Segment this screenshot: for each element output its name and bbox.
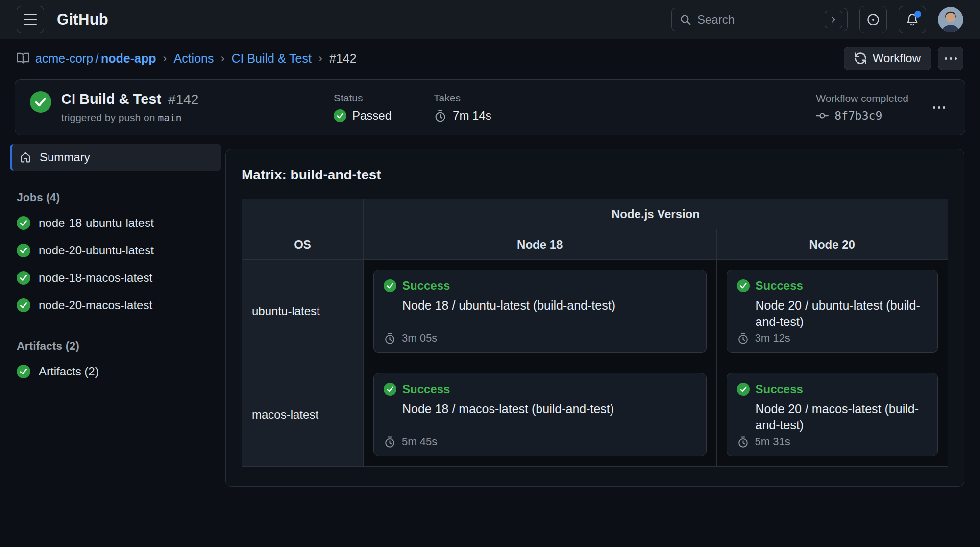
search-box[interactable] [671, 8, 848, 31]
sidebar-item-summary[interactable]: Summary [10, 144, 221, 171]
artifacts-label: Artifacts (2) [39, 365, 99, 378]
matrix-row-header: macos-latest [242, 363, 364, 467]
breadcrumb-separator: › [162, 51, 168, 65]
github-logo[interactable]: GitHub [57, 11, 108, 28]
run-subtitle: triggered by push on main [61, 112, 198, 124]
job-duration: 3m 05s [402, 332, 437, 345]
search-hotkey-hint [825, 11, 842, 28]
takes-meta: Takes 7m 14s [434, 92, 491, 123]
job-success-check-icon [17, 216, 30, 230]
matrix-cell: Success Node 20 / ubuntu-latest (build-a… [716, 260, 948, 363]
sidebar-job-item[interactable]: node-20-ubuntu-latest [10, 237, 221, 264]
sidebar-job-item[interactable]: node-20-macos-latest [10, 292, 221, 319]
breadcrumb-actions[interactable]: Actions [173, 51, 214, 66]
takes-label: Takes [434, 92, 491, 104]
job-card[interactable]: Success Node 18 / macos-latest (build-an… [373, 373, 707, 456]
issues-icon[interactable] [859, 6, 887, 33]
commit-icon [816, 109, 829, 122]
run-kebab-menu-icon[interactable] [928, 101, 950, 114]
run-header-card: CI Build & Test #142 triggered by push o… [15, 79, 965, 135]
status-check-icon [334, 109, 346, 122]
search-input[interactable] [697, 13, 819, 26]
sidebar: Summary Jobs (4) node-18-ubuntu-latest n… [0, 144, 221, 385]
matrix-os-header: OS [242, 229, 364, 260]
sync-icon [854, 52, 867, 65]
repo-icon [17, 52, 29, 65]
job-duration: 5m 45s [402, 435, 437, 448]
job-name: Node 20 / ubuntu-latest (build-and-test) [756, 298, 928, 330]
matrix-cell: Success Node 20 / macos-latest (build-an… [716, 363, 948, 467]
matrix-row-header: ubuntu-latest [242, 260, 364, 363]
breadcrumb-separator: › [220, 51, 225, 65]
user-avatar[interactable] [938, 7, 963, 32]
success-check-icon [384, 383, 396, 396]
matrix-col-header: Node 20 [716, 229, 948, 260]
job-success-check-icon [17, 298, 30, 312]
sidebar-job-item[interactable]: node-18-macos-latest [10, 264, 221, 292]
success-check-icon [737, 279, 750, 292]
workflow-button[interactable]: Workflow [844, 47, 931, 70]
job-status: Success [756, 382, 803, 396]
run-completed-block: Workflow completed 8f7b3c9 [816, 93, 950, 122]
matrix-table: Node.js Version OS Node 18 Node 20 ubunt… [242, 199, 948, 467]
job-name: Node 20 / macos-latest (build-and-test) [756, 401, 928, 433]
hamburger-menu-button[interactable] [17, 6, 44, 33]
job-success-check-icon [17, 271, 30, 285]
stopwatch-icon [384, 332, 396, 345]
stopwatch-icon [737, 436, 749, 448]
status-value: Passed [352, 109, 392, 123]
job-status: Success [402, 382, 450, 396]
matrix-corner-cell [242, 199, 364, 229]
sidebar-artifacts-item[interactable]: Artifacts (2) [10, 358, 221, 385]
notification-dot [914, 11, 921, 18]
content-area: Summary Jobs (4) node-18-ubuntu-latest n… [0, 144, 980, 487]
status-meta: Status Passed [334, 92, 392, 123]
sidebar-job-item[interactable]: node-18-ubuntu-latest [10, 209, 221, 237]
matrix-title: Matrix: build-and-test [242, 167, 948, 183]
job-card[interactable]: Success Node 18 / ubuntu-latest (build-a… [373, 270, 707, 353]
takes-value: 7m 14s [453, 109, 491, 123]
job-label: node-18-macos-latest [39, 271, 152, 285]
run-title: CI Build & Test [61, 91, 161, 107]
job-card[interactable]: Success Node 20 / ubuntu-latest (build-a… [727, 270, 938, 353]
job-name: Node 18 / macos-latest (build-and-test) [402, 401, 696, 417]
job-success-check-icon [17, 244, 30, 257]
breadcrumb-repo-owner[interactable]: acme-corp [35, 51, 93, 65]
success-check-icon [384, 279, 396, 292]
success-check-icon [737, 383, 750, 396]
matrix-col-header: Node 18 [364, 229, 717, 260]
job-card[interactable]: Success Node 20 / macos-latest (build-an… [727, 373, 938, 456]
nav-right-group [671, 6, 963, 33]
status-label: Status [334, 92, 392, 104]
job-status: Success [756, 279, 803, 293]
job-label: node-18-ubuntu-latest [39, 216, 154, 230]
matrix-column-group-header: Node.js Version [364, 199, 948, 229]
run-number: #142 [168, 92, 198, 107]
sidebar-jobs-header: Jobs (4) [17, 191, 221, 204]
workflow-completed-label: Workflow completed [816, 93, 908, 104]
commit-sha[interactable]: 8f7b3c9 [834, 109, 882, 122]
artifacts-success-check-icon [17, 365, 30, 378]
breadcrumb: acme-corp / node-app › Actions › CI Buil… [0, 39, 980, 77]
matrix-cell: Success Node 18 / macos-latest (build-an… [364, 363, 717, 467]
sidebar-summary-label: Summary [40, 150, 90, 164]
run-title-block: CI Build & Test #142 triggered by push o… [30, 91, 334, 124]
breadcrumb-actions-group: Workflow [844, 47, 963, 70]
top-navigation: GitHub [0, 0, 980, 39]
job-label: node-20-ubuntu-latest [39, 244, 154, 257]
stopwatch-icon [384, 436, 396, 448]
run-success-check-icon [30, 91, 51, 113]
home-icon [19, 151, 32, 164]
matrix-panel: Matrix: build-and-test Node.js Version O… [225, 149, 964, 487]
notifications-bell-icon[interactable] [899, 6, 926, 33]
job-label: node-20-macos-latest [39, 298, 152, 312]
stopwatch-icon [737, 332, 749, 345]
page-kebab-menu-icon[interactable] [938, 47, 963, 70]
matrix-cell: Success Node 18 / ubuntu-latest (build-a… [364, 260, 717, 363]
job-status: Success [402, 279, 450, 293]
workflow-button-label: Workflow [873, 51, 921, 65]
job-name: Node 18 / ubuntu-latest (build-and-test) [402, 298, 696, 314]
breadcrumb-workflow[interactable]: CI Build & Test [231, 51, 312, 66]
search-icon [680, 14, 691, 25]
breadcrumb-repo-name[interactable]: node-app [101, 51, 156, 65]
